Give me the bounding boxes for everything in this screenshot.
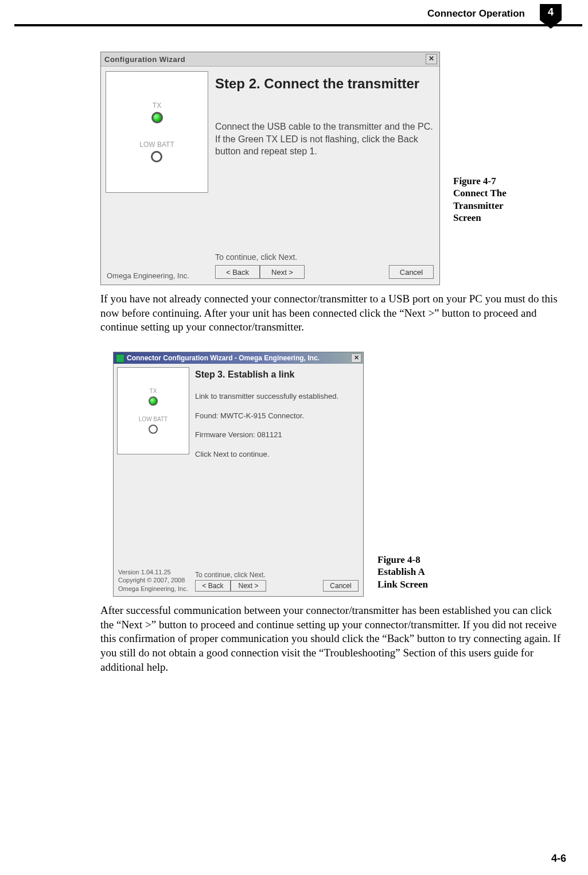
continue-label: To continue, click Next. bbox=[215, 252, 434, 262]
status-line: Firmware Version: 081121 bbox=[195, 430, 359, 440]
tx-led-icon bbox=[149, 396, 158, 406]
config-wizard-dialog-step3: Connector Configuration Wizard - Omega E… bbox=[113, 352, 364, 597]
lowbatt-led-group: LOW BATT bbox=[139, 416, 168, 434]
button-row: < Back Next > Cancel bbox=[195, 580, 359, 592]
next-button[interactable]: Next > bbox=[260, 265, 305, 279]
copyright-label: Copyright © 2007, 2008 Omega Engineering… bbox=[118, 576, 189, 593]
body-paragraph: If you have not already connected your c… bbox=[100, 292, 565, 335]
tx-led-label: TX bbox=[153, 102, 161, 110]
status-line: Link to transmitter successfully establi… bbox=[195, 391, 359, 402]
titlebar: Configuration Wizard ✕ bbox=[101, 52, 439, 67]
step-title: Step 3. Establish a link bbox=[195, 370, 359, 380]
tx-led-group: TX bbox=[149, 388, 158, 406]
page-number: 4-6 bbox=[551, 853, 566, 865]
close-button[interactable]: ✕ bbox=[426, 54, 437, 64]
lowbatt-led-icon bbox=[149, 425, 158, 434]
header-rule bbox=[14, 24, 582, 26]
tx-led-group: TX bbox=[151, 102, 163, 123]
lowbatt-led-icon bbox=[151, 151, 162, 162]
figure-caption-line: Establish A bbox=[377, 566, 425, 577]
continue-label: To continue, click Next. bbox=[195, 571, 359, 579]
titlebar-title: Configuration Wizard bbox=[104, 55, 185, 64]
cancel-button[interactable]: Cancel bbox=[389, 265, 434, 279]
figure-caption-4-8: Figure 4-8 Establish A Link Screen bbox=[377, 554, 464, 590]
config-wizard-dialog-step2: Configuration Wizard ✕ TX LOW BATT Omega… bbox=[100, 52, 440, 285]
version-block: Version 1.04.11.25 Copyright © 2007, 200… bbox=[117, 567, 189, 596]
figure-caption-line: Transmitter bbox=[453, 200, 504, 211]
version-label: Version 1.04.11.25 bbox=[118, 568, 189, 576]
body-paragraph: After successful communication between y… bbox=[100, 604, 565, 674]
back-button[interactable]: < Back bbox=[215, 265, 260, 279]
figure-caption-line: Figure 4-7 bbox=[453, 176, 496, 186]
tx-led-label: TX bbox=[150, 388, 157, 394]
titlebar: Connector Configuration Wizard - Omega E… bbox=[114, 352, 363, 364]
lowbatt-led-label: LOW BATT bbox=[139, 141, 174, 149]
tx-led-icon bbox=[151, 112, 163, 123]
status-line: Found: MWTC-K-915 Connector. bbox=[195, 411, 359, 421]
button-row: < Back Next > Cancel bbox=[215, 265, 434, 279]
page-header: Connector Operation 4 bbox=[100, 0, 565, 34]
close-button[interactable]: ✕ bbox=[351, 353, 361, 363]
figure-caption-line: Screen bbox=[453, 212, 481, 223]
app-icon bbox=[116, 354, 124, 363]
figure-caption-line: Connect The bbox=[453, 188, 507, 199]
lowbatt-led-group: LOW BATT bbox=[139, 141, 174, 162]
next-button[interactable]: Next > bbox=[231, 580, 266, 592]
close-icon: ✕ bbox=[354, 354, 359, 361]
status-line: Click Next to continue. bbox=[195, 449, 359, 460]
figure-caption-4-7: Figure 4-7 Connect The Transmitter Scree… bbox=[453, 175, 539, 224]
figure-caption-line: Link Screen bbox=[377, 579, 428, 590]
led-panel: TX LOW BATT bbox=[106, 71, 208, 193]
step-title: Step 2. Connect the transmitter bbox=[215, 76, 434, 92]
step-body: Link to transmitter successfully establi… bbox=[195, 391, 359, 569]
back-button[interactable]: < Back bbox=[195, 580, 231, 592]
figure-caption-line: Figure 4-8 bbox=[377, 554, 420, 565]
chapter-number: 4 bbox=[540, 4, 562, 20]
close-icon: ✕ bbox=[429, 55, 434, 63]
titlebar-title: Connector Configuration Wizard - Omega E… bbox=[127, 354, 320, 362]
lowbatt-led-label: LOW BATT bbox=[139, 416, 168, 422]
chapter-tab: 4 bbox=[536, 4, 565, 32]
led-panel: TX LOW BATT bbox=[117, 367, 189, 454]
step-body: Connect the USB cable to the transmitter… bbox=[215, 120, 434, 248]
cancel-button[interactable]: Cancel bbox=[323, 580, 359, 592]
chapter-title: Connector Operation bbox=[427, 8, 525, 20]
vendor-label: Omega Engineering, Inc. bbox=[106, 268, 208, 285]
